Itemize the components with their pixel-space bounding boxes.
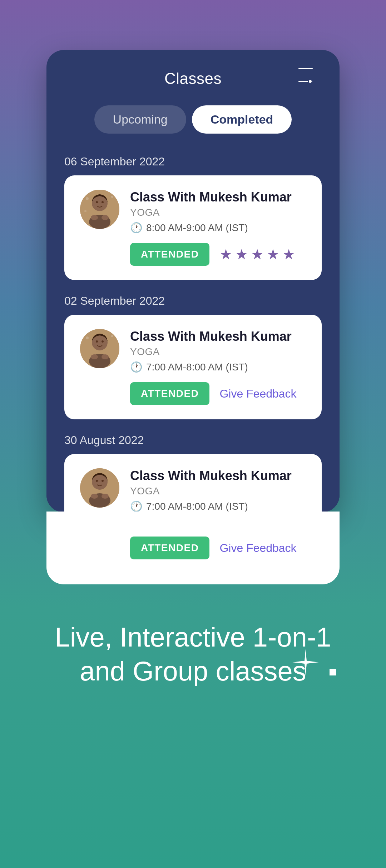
star-1: ★ [219,246,232,263]
card-category-3: YOGA [130,485,306,497]
date-label-1: 06 September 2022 [64,151,322,168]
svg-point-13 [91,354,98,359]
svg-point-9 [84,210,86,212]
card-info-3: Class With Mukesh Kumar YOGA 🕐 7:00 AM-8… [130,468,306,512]
card-time-1: 🕐 8:00 AM-9:00 AM (IST) [130,222,306,234]
card-actions-3: ATTENDED Give Feedback [80,537,306,563]
card-category-1: YOGA [130,207,306,218]
svg-point-7 [86,197,89,200]
star-4: ★ [267,246,279,263]
avatar-image-2 [80,329,119,368]
svg-point-24 [96,480,98,482]
app-header: Classes [46,50,340,98]
attended-button-3[interactable]: ATTENDED [130,537,209,559]
card-category-2: YOGA [130,346,306,358]
date-label-3: 30 August 2022 [64,430,322,447]
classes-list: 06 September 2022 [46,148,340,512]
avatar-1 [80,190,119,229]
page-title: Classes [164,70,222,88]
date-label-2: 02 September 2022 [64,291,322,308]
card-actions-2: ATTENDED Give Feedback [80,382,306,405]
svg-point-14 [102,354,109,359]
svg-point-22 [91,494,98,499]
filter-settings-icon[interactable] [298,68,316,82]
clock-icon-1: 🕐 [130,222,143,234]
svg-point-23 [102,494,109,499]
svg-point-15 [96,340,98,343]
sparkle-dot [330,669,336,675]
card-info-2: Class With Mukesh Kumar YOGA 🕐 7:00 AM-8… [130,329,306,373]
card-actions-1: ATTENDED ★ ★ ★ ★ ★ [80,243,306,266]
class-card-3-outside: ATTENDED Give Feedback [46,512,340,584]
card-title-2: Class With Mukesh Kumar [130,329,306,344]
give-feedback-button-2[interactable]: Give Feedback [219,542,296,555]
phone-mockup: Classes Upcoming Completed 06 September … [46,50,340,512]
tab-upcoming[interactable]: Upcoming [94,105,186,134]
card-info-1: Class With Mukesh Kumar YOGA 🕐 8:00 AM-9… [130,190,306,234]
class-card-2: Class With Mukesh Kumar YOGA 🕐 7:00 AM-8… [64,315,322,419]
star-2: ★ [235,246,248,263]
card-title-1: Class With Mukesh Kumar [130,190,306,205]
clock-icon-2: 🕐 [130,361,143,373]
attended-button-2[interactable]: ATTENDED [130,382,209,405]
stars-rating-1[interactable]: ★ ★ ★ ★ ★ [219,246,295,263]
promo-section: Live, Interactive 1-on-1 and Group class… [0,584,386,709]
avatar-image-1 [80,190,119,229]
svg-point-25 [102,480,104,482]
tab-completed[interactable]: Completed [192,105,292,134]
clock-icon-3: 🕐 [130,500,143,512]
svg-point-6 [102,201,104,203]
give-feedback-button-1[interactable]: Give Feedback [219,387,296,400]
class-card-1: Class With Mukesh Kumar YOGA 🕐 8:00 AM-9… [64,175,322,280]
svg-point-8 [111,196,113,198]
card-title-3: Class With Mukesh Kumar [130,468,306,483]
star-3: ★ [251,246,264,263]
svg-point-16 [102,340,104,343]
card-time-2: 🕐 7:00 AM-8:00 AM (IST) [130,361,306,373]
tabs-container: Upcoming Completed [46,98,340,148]
avatar-3 [80,468,119,508]
card-top-1: Class With Mukesh Kumar YOGA 🕐 8:00 AM-9… [80,190,306,234]
avatar-image-3 [80,468,119,508]
avatar-2 [80,329,119,368]
attended-button-1[interactable]: ATTENDED [130,243,209,266]
star-5: ★ [282,246,295,263]
card-top-2: Class With Mukesh Kumar YOGA 🕐 7:00 AM-8… [80,329,306,373]
card-top-3: Class With Mukesh Kumar YOGA 🕐 7:00 AM-8… [80,468,306,512]
svg-point-17 [86,336,89,339]
class-card-3-partial: Class With Mukesh Kumar YOGA 🕐 7:00 AM-8… [64,454,322,512]
svg-point-18 [111,335,113,337]
svg-point-5 [96,201,98,203]
sparkle-icon [290,647,322,681]
card-time-3: 🕐 7:00 AM-8:00 AM (IST) [130,500,306,512]
